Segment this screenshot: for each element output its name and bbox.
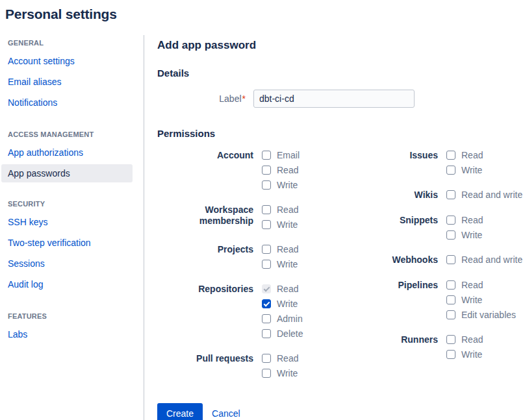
perm-option-repositories-delete[interactable]: Delete	[262, 328, 303, 339]
checkbox[interactable]	[262, 329, 271, 338]
sidebar-item-ssh-keys[interactable]: SSH keys	[1, 212, 133, 232]
checkbox[interactable]	[446, 230, 455, 240]
sidebar-section-general: GENERALAccount settingsEmail aliasesNoti…	[0, 39, 144, 113]
perm-group-label: Workspace membership	[157, 204, 253, 230]
checkbox-label: Write	[461, 295, 482, 305]
checkbox[interactable]	[262, 151, 271, 160]
perm-group-label: Pipelines	[390, 280, 438, 320]
sidebar-section-header: SECURITY	[0, 200, 144, 212]
checkbox[interactable]	[446, 166, 455, 175]
label-field-label-text: Label	[219, 93, 241, 104]
checkbox-label: Email	[277, 150, 300, 160]
checkbox-label: Read	[277, 284, 298, 294]
checked-checkbox[interactable]	[262, 299, 271, 308]
checkbox[interactable]	[262, 205, 271, 214]
checkbox[interactable]	[262, 369, 271, 378]
checkbox[interactable]	[262, 260, 271, 269]
sidebar-item-notifications[interactable]: Notifications	[1, 92, 133, 113]
perm-option-repositories-write[interactable]: Write	[262, 299, 303, 309]
perm-option-webhooks-read-and-write[interactable]: Read and write	[446, 254, 522, 265]
perm-option-list: ReadWrite	[262, 204, 298, 230]
sidebar-item-app-authorizations[interactable]: App authorizations	[1, 142, 133, 163]
form-heading: Add app password	[157, 39, 525, 52]
perm-group-projects: ProjectsReadWrite	[157, 244, 390, 269]
checkbox-label: Edit variables	[461, 310, 516, 320]
main-content: Add app password Details Label* Permissi…	[144, 35, 525, 420]
checkbox[interactable]	[262, 245, 271, 254]
sidebar-section-access-management: ACCESS MANAGEMENTApp authorizationsApp p…	[0, 130, 144, 182]
create-button[interactable]: Create	[157, 403, 203, 420]
perm-group-label: Wikis	[390, 190, 438, 201]
sidebar-item-labs[interactable]: Labs	[1, 324, 133, 345]
perm-option-wikis-read-and-write[interactable]: Read and write	[446, 190, 522, 200]
checkbox[interactable]	[262, 314, 271, 323]
perm-option-pull-requests-read[interactable]: Read	[262, 353, 298, 364]
checkbox[interactable]	[446, 190, 455, 199]
perm-option-repositories-admin[interactable]: Admin	[262, 314, 303, 324]
perm-option-issues-write[interactable]: Write	[446, 165, 483, 175]
perm-option-list: ReadWrite	[262, 244, 298, 269]
checkbox[interactable]	[262, 180, 271, 190]
layout: GENERALAccount settingsEmail aliasesNoti…	[0, 35, 525, 420]
perm-option-list: ReadWrite	[446, 215, 483, 240]
perm-option-workspace-membership-read[interactable]: Read	[262, 204, 298, 215]
perm-option-runners-read[interactable]: Read	[446, 334, 483, 345]
perm-option-issues-read[interactable]: Read	[446, 150, 483, 160]
perm-option-snippets-read[interactable]: Read	[446, 215, 483, 225]
sidebar-item-two-step-verification[interactable]: Two-step verification	[1, 232, 133, 253]
perm-option-runners-write[interactable]: Write	[446, 349, 483, 360]
perm-option-account-write[interactable]: Write	[262, 180, 300, 190]
sidebar-item-account-settings[interactable]: Account settings	[1, 51, 133, 71]
perm-group-label: Pull requests	[157, 353, 253, 378]
required-asterisk: *	[242, 93, 246, 104]
perm-option-pipelines-read[interactable]: Read	[446, 280, 516, 290]
perm-option-repositories-read[interactable]: Read	[262, 284, 303, 294]
checkbox[interactable]	[262, 220, 271, 229]
permissions-columns: AccountEmailReadWriteWorkspace membershi…	[157, 150, 525, 393]
checkbox[interactable]	[446, 216, 455, 225]
permissions-heading: Permissions	[157, 128, 525, 139]
checkbox[interactable]	[446, 350, 455, 359]
permissions-column-left: AccountEmailReadWriteWorkspace membershi…	[157, 150, 390, 393]
page: Personal settings GENERALAccount setting…	[0, 0, 525, 420]
sidebar-item-sessions[interactable]: Sessions	[1, 253, 133, 274]
perm-option-pipelines-edit-variables[interactable]: Edit variables	[446, 310, 516, 320]
perm-option-pipelines-write[interactable]: Write	[446, 295, 516, 305]
perm-option-workspace-membership-write[interactable]: Write	[262, 219, 298, 230]
checkbox-label: Read and write	[461, 190, 522, 200]
checkbox[interactable]	[446, 151, 455, 160]
perm-option-account-read[interactable]: Read	[262, 165, 300, 175]
perm-option-projects-write[interactable]: Write	[262, 259, 298, 269]
perm-option-list: ReadWriteAdminDelete	[262, 284, 303, 339]
checkbox[interactable]	[262, 166, 271, 175]
page-title: Personal settings	[5, 6, 525, 22]
perm-group-workspace-membership: Workspace membershipReadWrite	[157, 204, 390, 230]
perm-option-list: ReadWriteEdit variables	[446, 280, 516, 320]
sidebar-item-audit-log[interactable]: Audit log	[1, 274, 133, 295]
checkbox-label: Write	[461, 230, 482, 240]
checkbox[interactable]	[446, 335, 455, 344]
checkbox-label: Read	[461, 334, 483, 345]
checkbox[interactable]	[446, 295, 455, 304]
details-heading: Details	[157, 68, 525, 79]
checkbox[interactable]	[446, 280, 455, 290]
perm-option-list: Read and write	[446, 190, 522, 201]
perm-option-snippets-write[interactable]: Write	[446, 230, 483, 240]
perm-option-projects-read[interactable]: Read	[262, 244, 298, 254]
checkbox[interactable]	[446, 310, 455, 319]
sidebar-section-header: FEATURES	[0, 312, 144, 324]
perm-option-account-email[interactable]: Email	[262, 150, 300, 160]
perm-group-runners: RunnersReadWrite	[390, 334, 525, 360]
perm-group-pipelines: PipelinesReadWriteEdit variables	[390, 280, 525, 320]
checkbox-label: Write	[277, 219, 298, 230]
perm-option-list: ReadWrite	[446, 150, 483, 175]
sidebar-item-email-aliases[interactable]: Email aliases	[1, 71, 133, 92]
perm-group-label: Account	[157, 150, 253, 190]
cancel-link[interactable]: Cancel	[212, 408, 240, 419]
label-input[interactable]	[253, 90, 415, 108]
checkbox[interactable]	[262, 354, 271, 363]
checkbox[interactable]	[446, 255, 455, 264]
sidebar-item-app-passwords[interactable]: App passwords	[1, 164, 133, 182]
checkbox-label: Read	[461, 215, 483, 225]
perm-option-pull-requests-write[interactable]: Write	[262, 368, 298, 378]
